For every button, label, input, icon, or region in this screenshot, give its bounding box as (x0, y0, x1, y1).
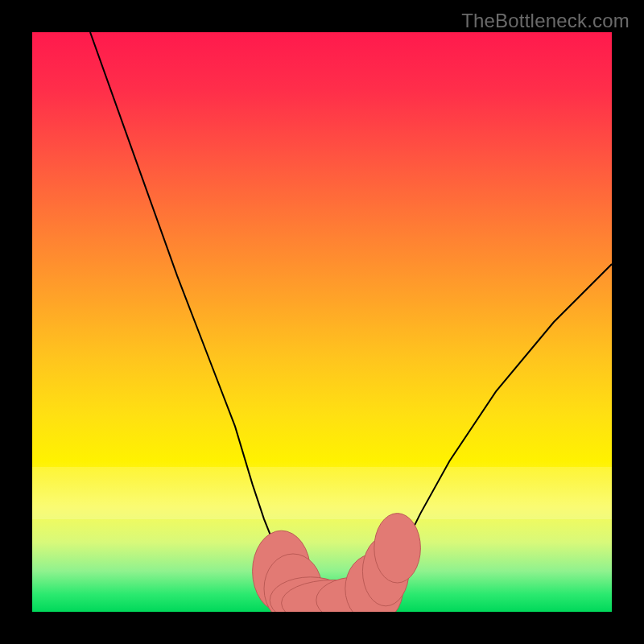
bottom-marker (374, 514, 421, 583)
left-curve (90, 32, 299, 588)
watermark-text: TheBottleneck.com (461, 10, 630, 32)
chart-frame: TheBottleneck.com (0, 0, 644, 644)
curve-layer (32, 32, 612, 612)
marker-group (253, 514, 421, 612)
plot-area (32, 32, 612, 612)
